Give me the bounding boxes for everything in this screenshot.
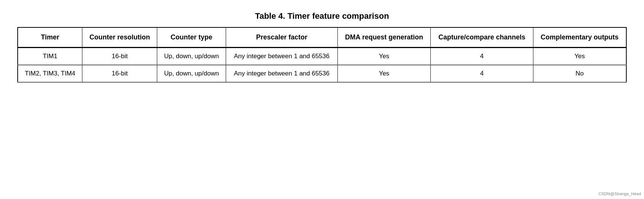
col-header-complementary: Complementary outputs xyxy=(533,27,626,48)
table-title: Table 4. Timer feature comparison xyxy=(17,11,627,21)
cell-type-0: Up, down, up/down xyxy=(157,48,226,65)
col-header-dma: DMA request generation xyxy=(337,27,431,48)
page-container: Table 4. Timer feature comparison Timer … xyxy=(10,8,634,86)
cell-prescaler-1: Any integer between 1 and 65536 xyxy=(226,65,338,82)
comparison-table: Timer Counter resolution Counter type Pr… xyxy=(17,27,627,83)
cell-dma-1: Yes xyxy=(337,65,431,82)
col-header-counter-resolution: Counter resolution xyxy=(82,27,157,48)
cell-resolution-0: 16-bit xyxy=(82,48,157,65)
table-row: TIM2, TIM3, TIM4 16-bit Up, down, up/dow… xyxy=(18,65,626,82)
cell-timer-0: TIM1 xyxy=(18,48,82,65)
cell-complementary-1: No xyxy=(533,65,626,82)
cell-type-1: Up, down, up/down xyxy=(157,65,226,82)
table-header-row: Timer Counter resolution Counter type Pr… xyxy=(18,27,626,48)
cell-dma-0: Yes xyxy=(337,48,431,65)
col-header-counter-type: Counter type xyxy=(157,27,226,48)
cell-complementary-0: Yes xyxy=(533,48,626,65)
table-row: TIM1 16-bit Up, down, up/down Any intege… xyxy=(18,48,626,65)
col-header-timer: Timer xyxy=(18,27,82,48)
cell-capture-1: 4 xyxy=(431,65,533,82)
col-header-capture-compare: Capture/compare channels xyxy=(431,27,533,48)
col-header-prescaler: Prescaler factor xyxy=(226,27,338,48)
cell-capture-0: 4 xyxy=(431,48,533,65)
cell-resolution-1: 16-bit xyxy=(82,65,157,82)
cell-timer-1: TIM2, TIM3, TIM4 xyxy=(18,65,82,82)
cell-prescaler-0: Any integer between 1 and 65536 xyxy=(226,48,338,65)
watermark: CSDN@Strange_Head xyxy=(598,191,641,196)
